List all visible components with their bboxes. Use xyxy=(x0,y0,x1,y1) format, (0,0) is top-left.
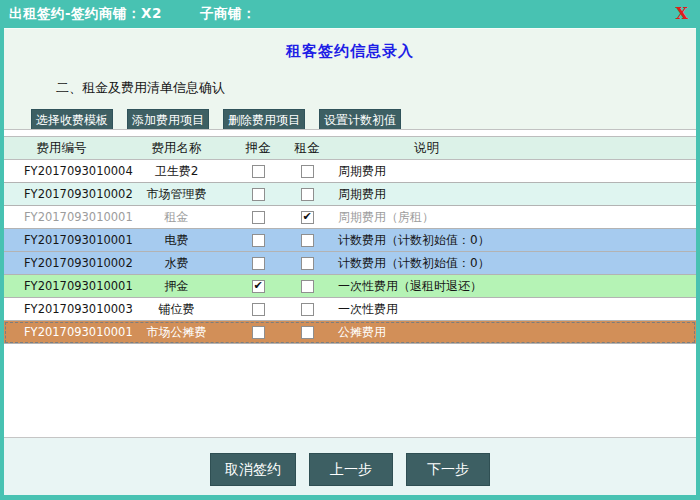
table-body: FY2017093010004 卫生费2 周期费用 FY201709301000… xyxy=(4,160,696,344)
rent-checkbox[interactable] xyxy=(301,234,314,247)
deposit-checkbox[interactable] xyxy=(252,188,265,201)
fee-id-cell: FY2017093010001 xyxy=(4,233,119,247)
rental-signing-window: 出租签约-签约商铺：X2 子商铺： X 租客签约信息录入 二、租金及费用清单信息… xyxy=(0,0,700,500)
fee-table: 费用编号 费用名称 押金 租金 说明 FY2017093010004 卫生费2 … xyxy=(4,129,696,438)
rent-checkbox[interactable] xyxy=(301,257,314,270)
next-step-button[interactable]: 下一步 xyxy=(406,453,490,486)
fee-name-cell: 铺位费 xyxy=(119,301,234,318)
fee-description-cell: 计数费用（计数初始值：0） xyxy=(332,255,696,272)
rent-cell xyxy=(282,280,332,293)
deposit-checkbox[interactable] xyxy=(252,211,265,224)
rent-cell xyxy=(282,188,332,201)
rent-checkbox[interactable] xyxy=(301,326,314,339)
rent-cell xyxy=(282,211,332,224)
table-row[interactable]: FY2017093010002 水费 计数费用（计数初始值：0） xyxy=(4,252,696,275)
fee-id-cell: FY2017093010001 xyxy=(4,325,119,339)
fee-description-cell: 计数费用（计数初始值：0） xyxy=(332,232,696,249)
fee-description-cell: 周期费用 xyxy=(332,186,696,203)
rent-checkbox[interactable] xyxy=(301,188,314,201)
fee-name-cell: 市场管理费 xyxy=(119,186,234,203)
fee-id-cell: FY2017093010002 xyxy=(4,256,119,270)
deposit-cell xyxy=(234,257,282,270)
fee-name-cell: 水费 xyxy=(119,255,234,272)
deposit-cell xyxy=(234,280,282,293)
table-row[interactable]: FY2017093010001 押金 一次性费用（退租时退还） xyxy=(4,275,696,298)
fee-description-cell: 一次性费用（退租时退还） xyxy=(332,278,696,295)
deposit-checkbox[interactable] xyxy=(252,257,265,270)
fee-description-cell: 周期费用 xyxy=(332,163,696,180)
rent-checkbox[interactable] xyxy=(301,303,314,316)
window-title: 出租签约-签约商铺：X2 xyxy=(9,5,162,23)
footer-bar: 取消签约 上一步 下一步 xyxy=(4,438,696,495)
deposit-cell xyxy=(234,303,282,316)
close-icon[interactable]: X xyxy=(676,6,688,22)
deposit-checkbox[interactable] xyxy=(252,234,265,247)
column-header-fee-id: 费用编号 xyxy=(4,140,119,157)
table-row[interactable]: FY2017093010004 卫生费2 周期费用 xyxy=(4,160,696,183)
section-title: 二、租金及费用清单信息确认 xyxy=(56,79,696,97)
table-row[interactable]: FY2017093010003 铺位费 一次性费用 xyxy=(4,298,696,321)
deposit-checkbox[interactable] xyxy=(252,165,265,178)
fee-name-cell: 市场公摊费 xyxy=(119,324,234,341)
fee-description-cell: 公摊费用 xyxy=(332,324,696,341)
delete-fee-item-button[interactable]: 删除费用项目 xyxy=(223,109,305,131)
content-panel: 租客签约信息录入 二、租金及费用清单信息确认 选择收费模板 添加费用项目 删除费… xyxy=(4,28,696,495)
fee-id-cell: FY2017093010001 xyxy=(4,210,119,224)
fee-description-cell: 周期费用（房租） xyxy=(332,209,696,226)
deposit-cell xyxy=(234,165,282,178)
cancel-signing-button[interactable]: 取消签约 xyxy=(210,453,296,486)
table-row[interactable]: FY2017093010002 市场管理费 周期费用 xyxy=(4,183,696,206)
rent-cell xyxy=(282,257,332,270)
table-row[interactable]: FY2017093010001 租金 周期费用（房租） xyxy=(4,206,696,229)
fee-name-cell: 卫生费2 xyxy=(119,163,234,180)
fee-id-cell: FY2017093010001 xyxy=(4,279,119,293)
sub-shop-label: 子商铺： xyxy=(200,5,256,23)
fee-description-cell: 一次性费用 xyxy=(332,301,696,318)
select-fee-template-button[interactable]: 选择收费模板 xyxy=(31,109,113,131)
rent-cell xyxy=(282,234,332,247)
deposit-checkbox[interactable] xyxy=(252,303,265,316)
toolbar: 选择收费模板 添加费用项目 删除费用项目 设置计数初值 xyxy=(31,109,696,131)
table-row[interactable]: FY2017093010001 市场公摊费 公摊费用 xyxy=(4,321,696,344)
column-header-fee-name: 费用名称 xyxy=(119,140,234,157)
set-count-initial-button[interactable]: 设置计数初值 xyxy=(319,109,401,131)
fee-name-cell: 电费 xyxy=(119,232,234,249)
deposit-cell xyxy=(234,188,282,201)
deposit-cell xyxy=(234,234,282,247)
deposit-cell xyxy=(234,326,282,339)
table-row[interactable]: FY2017093010001 电费 计数费用（计数初始值：0） xyxy=(4,229,696,252)
rent-cell xyxy=(282,326,332,339)
rent-cell xyxy=(282,303,332,316)
column-header-deposit: 押金 xyxy=(234,140,282,157)
rent-checkbox[interactable] xyxy=(301,165,314,178)
column-header-description: 说明 xyxy=(332,140,696,157)
table-header-row: 费用编号 费用名称 押金 租金 说明 xyxy=(4,136,696,160)
fee-id-cell: FY2017093010004 xyxy=(4,164,119,178)
rent-checkbox[interactable] xyxy=(301,211,314,224)
page-title: 租客签约信息录入 xyxy=(4,42,696,61)
rent-cell xyxy=(282,165,332,178)
deposit-cell xyxy=(234,211,282,224)
deposit-checkbox[interactable] xyxy=(252,326,265,339)
titlebar: 出租签约-签约商铺：X2 子商铺： X xyxy=(0,0,700,28)
fee-id-cell: FY2017093010003 xyxy=(4,302,119,316)
fee-id-cell: FY2017093010002 xyxy=(4,187,119,201)
previous-step-button[interactable]: 上一步 xyxy=(309,453,393,486)
add-fee-item-button[interactable]: 添加费用项目 xyxy=(127,109,209,131)
rent-checkbox[interactable] xyxy=(301,280,314,293)
deposit-checkbox[interactable] xyxy=(252,280,265,293)
column-header-rent: 租金 xyxy=(282,140,332,157)
fee-name-cell: 押金 xyxy=(119,278,234,295)
fee-name-cell: 租金 xyxy=(119,209,234,226)
